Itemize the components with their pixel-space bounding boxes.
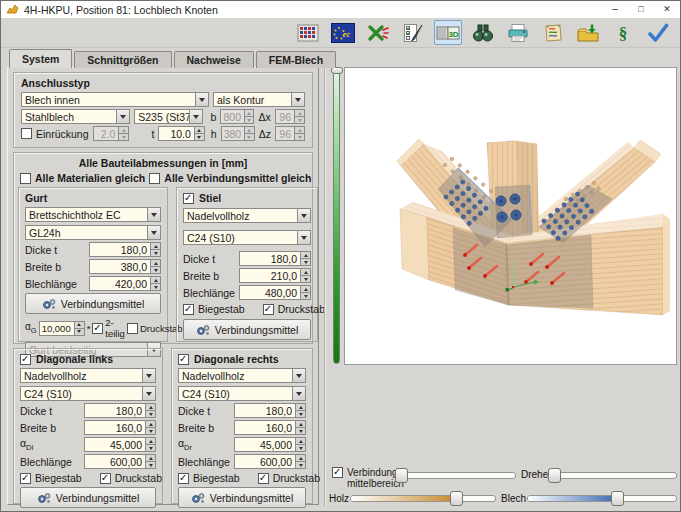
search-button[interactable] [469,20,497,45]
diag-links-verbindungsmittel-button[interactable]: Verbindungsmittel [20,487,156,508]
slider-thumb[interactable] [395,468,408,483]
diag-links-dicke-field[interactable]: 180,0 [84,403,156,418]
delete-button[interactable] [364,20,392,45]
kontur-select[interactable]: als Kontur [213,92,305,107]
stiel-dicke-field[interactable]: 180,0 [239,251,311,266]
pattern-grid-button[interactable] [294,20,322,45]
verbindungsmittelbereich-checkbox[interactable] [332,467,343,478]
t-field[interactable]: 10.0 [158,126,205,141]
pattern-grid-icon [297,24,319,42]
checklist-button[interactable] [399,20,427,45]
zoom-slider-thumb[interactable] [331,67,343,74]
zweiteilig-checkbox[interactable] [92,323,103,334]
tab-schnittgroessen[interactable]: Schnittgrößen [74,51,171,68]
stahl-guete-select[interactable]: S235 (St37) [134,109,202,124]
tabstrip: System Schnittgrößen Nachweise FEM-Blech [9,49,338,68]
print-button[interactable] [504,20,532,45]
diag-links-breite-field[interactable]: 160,0 [84,420,156,435]
diag-rechts-material-select[interactable]: Nadelvollholz [178,368,306,383]
diag-rechts-dicke-field[interactable]: 180,0 [234,403,306,418]
tab-fem-blech[interactable]: FEM-Blech [256,51,336,68]
alle-verbindungsmittel-checkbox[interactable] [149,173,160,184]
slider-thumb[interactable] [611,491,624,506]
blech-material-select[interactable]: Stahlblech [21,109,130,124]
chevron-down-icon[interactable] [142,369,155,382]
gurt-panel: Gurt Brettschichtholz EC GL24h Dicke t 1… [18,187,168,342]
t-label: t [151,128,154,140]
einrueckung-checkbox[interactable] [21,128,32,139]
view-3d-button[interactable]: 3D [434,20,462,45]
diag-links-grade-select[interactable]: C24 (S10) [20,386,156,401]
norms-help-button[interactable]: § [609,20,637,45]
stiel-verbindungsmittel-button[interactable]: Verbindungsmittel [183,319,311,340]
verbindungsmittelbereich-slider[interactable] [394,472,516,479]
diag-links-checkbox[interactable] [20,354,31,365]
gurt-alpha-field[interactable]: 10,000 [39,321,85,336]
blech-color-slider[interactable] [527,495,677,502]
notes-icon [542,23,564,43]
confirm-button[interactable] [644,20,672,45]
checklist-edit-icon [402,23,424,43]
model-3d-canvas[interactable] [344,67,677,365]
alle-materialien-checkbox[interactable] [20,173,31,184]
gurt-material-select[interactable]: Brettschichtholz EC [25,207,161,222]
chevron-down-icon[interactable] [291,93,304,106]
minimize-button[interactable] [602,1,628,18]
chevron-down-icon[interactable] [142,387,155,400]
diag-links-druckstab-checkbox[interactable] [100,473,111,484]
chevron-down-icon[interactable] [116,110,129,123]
chevron-down-icon[interactable] [147,208,160,221]
zoom-slider-track[interactable] [333,69,340,364]
notes-button[interactable] [539,20,567,45]
diag-rechts-breite-field[interactable]: 160,0 [234,420,306,435]
chevron-down-icon[interactable] [189,110,202,123]
panel-splitter[interactable] [324,51,326,506]
zoom-slider-vertical[interactable] [331,67,343,366]
drehen-slider[interactable] [547,472,677,479]
gurt-grade-select[interactable]: GL24h [25,225,161,240]
diag-rechts-alpha-field[interactable]: 45,000 [234,437,306,452]
chevron-down-icon[interactable] [292,387,305,400]
gurt-blechlaenge-field[interactable]: 420,00 [89,276,161,291]
close-button[interactable] [654,1,680,18]
tab-system[interactable]: System [9,49,72,68]
chevron-down-icon[interactable] [292,369,305,382]
eurocode-button[interactable]: ec [329,20,357,45]
stiel-biegestab-checkbox[interactable] [183,304,194,315]
diag-links-alpha-field[interactable]: 45,000 [84,437,156,452]
diag-rechts-checkbox[interactable] [178,354,189,365]
stiel-checkbox[interactable] [183,193,194,204]
chevron-down-icon[interactable] [147,226,160,239]
stiel-grade-select[interactable]: C24 (S10) [183,230,311,245]
diag-rechts-blechlaenge-field[interactable]: 600,00 [234,454,306,469]
diag-links-biegestab-checkbox[interactable] [20,473,31,484]
diag-rechts-verbindungsmittel-button[interactable]: Verbindungsmittel [178,487,306,508]
chevron-down-icon[interactable] [195,93,208,106]
confirm-check-icon [646,23,670,43]
gurt-dicke-field[interactable]: 180,0 [89,242,161,257]
stiel-druckstab-checkbox[interactable] [263,304,274,315]
diag-rechts-druckstab-checkbox[interactable] [258,473,269,484]
chevron-down-icon[interactable] [297,209,310,222]
gurt-breite-field[interactable]: 380,0 [89,259,161,274]
holz-color-slider[interactable] [350,495,496,502]
slider-thumb[interactable] [450,491,463,506]
blech-position-select[interactable]: Blech innen [21,92,209,107]
model-3d-view[interactable] [345,68,676,364]
gurt-druckstab-checkbox[interactable] [127,323,138,334]
diag-links-blechlaenge-field[interactable]: 600,00 [84,454,156,469]
slider-thumb[interactable] [548,468,561,483]
diag-links-material-select[interactable]: Nadelvollholz [20,368,156,383]
chevron-down-icon[interactable] [297,231,310,244]
diag-rechts-biegestab-checkbox[interactable] [178,473,189,484]
spin-up-icon [195,127,204,134]
eurocode-ec-icon: ec [331,23,355,43]
maximize-button[interactable] [628,1,654,18]
tab-nachweise[interactable]: Nachweise [174,51,254,68]
stiel-blechlaenge-field[interactable]: 480,00 [239,285,311,300]
stiel-material-select[interactable]: Nadelvollholz [183,208,311,223]
save-button[interactable] [574,20,602,45]
stiel-breite-field[interactable]: 210,0 [239,268,311,283]
diag-rechts-grade-select[interactable]: C24 (S10) [178,386,306,401]
gurt-verbindungsmittel-button[interactable]: Verbindungsmittel [25,293,161,314]
